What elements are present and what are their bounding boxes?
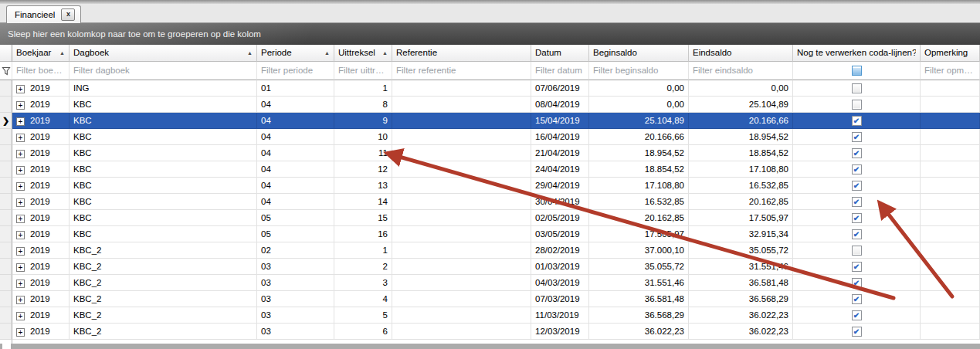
filter-datum[interactable]: Filter datum — [531, 62, 589, 80]
expand-row-icon[interactable]: + — [16, 166, 25, 174]
expand-row-icon[interactable]: + — [16, 312, 25, 320]
column-header-label: Boekjaar — [16, 45, 58, 61]
cell-dagboek: KBC — [70, 226, 257, 242]
table-row[interactable]: ❯+2019KBC04915/04/201925.104,8920.166,66 — [0, 113, 980, 129]
table-row[interactable]: +2019KBC051603/05/201917.505,9732.915,34 — [0, 226, 980, 242]
column-header-uittreksel[interactable]: Uittreksel▲ — [334, 45, 392, 62]
table-row[interactable]: +2019KBC_202128/02/201937.000,1035.055,7… — [0, 242, 980, 259]
filter-uittreksel[interactable]: Filter uittreksel — [334, 62, 392, 80]
filter-opmerking[interactable]: Filter opmerking — [921, 62, 980, 80]
table-row[interactable]: +2019KBC051502/05/201920.162,8517.505,97 — [0, 210, 980, 226]
filter-referentie[interactable]: Filter referentie — [392, 62, 531, 80]
coda-checkbox[interactable] — [852, 246, 862, 256]
coda-checkbox[interactable] — [852, 262, 862, 272]
cell-uittreksel: 13 — [334, 178, 392, 194]
cell-opmerking — [921, 194, 980, 210]
cell-referentie — [392, 307, 531, 324]
table-row[interactable]: +2019KBC04808/04/20190,0025.104,89 — [0, 97, 980, 113]
cell-eindsaldo: 18.954,52 — [689, 129, 793, 145]
group-by-panel[interactable]: Sleep hier een kolomkop naar toe om te g… — [0, 23, 980, 45]
expand-row-icon[interactable]: + — [16, 182, 25, 191]
coda-checkbox[interactable] — [852, 294, 862, 304]
coda-checkbox[interactable] — [852, 100, 862, 110]
column-header-beginsaldo[interactable]: Beginsaldo — [589, 45, 689, 62]
table-row[interactable]: +2019KBC041329/04/201917.108,8016.532,85 — [0, 178, 980, 194]
coda-checkbox[interactable] — [852, 164, 862, 174]
column-header-dagboek[interactable]: Dagboek▲ — [70, 45, 257, 62]
expand-row-icon[interactable]: + — [16, 150, 25, 158]
filter-funnel-icon[interactable] — [0, 62, 12, 80]
table-row[interactable]: +2019KBC_203201/03/201935.055,7231.551,4… — [0, 259, 980, 275]
column-header-datum[interactable]: Datum — [531, 45, 589, 62]
filter-beginsaldo[interactable]: Filter beginsaldo — [589, 62, 689, 80]
filter-boekjaar[interactable]: Filter boekjaar — [12, 62, 70, 80]
expand-row-icon[interactable]: + — [16, 247, 25, 256]
table-row[interactable]: +2019ING01107/06/20190,000,00 — [0, 80, 980, 97]
table-row[interactable]: +2019KBC041224/04/201918.854,5217.108,80 — [0, 161, 980, 178]
expand-row-icon[interactable]: + — [16, 117, 25, 126]
cell-boekjaar: +2019 — [12, 80, 70, 97]
cell-opmerking — [921, 145, 980, 161]
cell-boekjaar: +2019 — [12, 97, 70, 113]
coda-checkbox[interactable] — [852, 148, 862, 158]
filter-eindsaldo[interactable]: Filter eindsaldo — [689, 62, 793, 80]
filter-coda[interactable] — [793, 62, 921, 80]
coda-checkbox[interactable] — [852, 310, 862, 320]
coda-checkbox[interactable] — [852, 197, 862, 207]
coda-checkbox[interactable] — [852, 83, 862, 93]
cell-dagboek: KBC_2 — [70, 291, 257, 307]
cell-eindsaldo: 18.854,52 — [689, 145, 793, 161]
coda-filter-checkbox-icon[interactable] — [852, 66, 862, 76]
tab-close-icon[interactable]: x — [61, 8, 75, 21]
expand-row-icon[interactable]: + — [16, 263, 25, 272]
cell-coda — [793, 97, 921, 113]
coda-checkbox[interactable] — [852, 132, 862, 142]
column-header-opmerking[interactable]: Opmerking — [921, 45, 980, 62]
expand-row-icon[interactable]: + — [16, 85, 25, 93]
expand-row-icon[interactable]: + — [16, 215, 25, 223]
column-header-eindsaldo[interactable]: Eindsaldo — [689, 45, 793, 62]
cell-opmerking — [921, 161, 980, 178]
cell-dagboek: KBC — [70, 178, 257, 194]
table-row[interactable]: +2019KBC041016/04/201920.166,6618.954,52 — [0, 129, 980, 145]
row-indicator-cell — [0, 242, 12, 259]
column-header-coda[interactable]: Nog te verwerken coda-lijnen? — [793, 45, 921, 62]
cell-eindsaldo: 32.915,34 — [689, 226, 793, 242]
expand-row-icon[interactable]: + — [16, 296, 25, 304]
cell-coda — [793, 178, 921, 194]
cell-referentie — [392, 97, 531, 113]
table-row[interactable]: +2019KBC041121/04/201918.954,5218.854,52 — [0, 145, 980, 161]
coda-checkbox[interactable] — [852, 213, 862, 223]
column-header-periode[interactable]: Periode▲ — [257, 45, 334, 62]
cell-boekjaar: +2019 — [12, 113, 70, 129]
table-row[interactable]: +2019KBC_203612/03/201936.022,2336.022,2… — [0, 324, 980, 340]
filter-periode[interactable]: Filter periode — [257, 62, 334, 80]
column-header-referentie[interactable]: Referentie — [392, 45, 531, 62]
cell-beginsaldo: 0,00 — [589, 97, 689, 113]
horizontal-scrollbar[interactable] — [0, 344, 980, 349]
table-row[interactable]: +2019KBC041430/04/201916.532,8520.162,85 — [0, 194, 980, 210]
expand-row-icon[interactable]: + — [16, 198, 25, 207]
cell-eindsaldo: 36.568,29 — [689, 291, 793, 307]
cell-eindsaldo: 36.022,23 — [689, 307, 793, 324]
coda-checkbox[interactable] — [852, 116, 862, 126]
expand-row-icon[interactable]: + — [16, 101, 25, 110]
coda-checkbox[interactable] — [852, 181, 862, 191]
cell-uittreksel: 16 — [334, 226, 392, 242]
column-header-boekjaar[interactable]: Boekjaar▲ — [12, 45, 70, 62]
expand-row-icon[interactable]: + — [16, 328, 25, 337]
table-row[interactable]: +2019KBC_203304/03/201931.551,4636.581,4… — [0, 275, 980, 291]
expand-row-icon[interactable]: + — [16, 231, 25, 239]
cell-beginsaldo: 20.162,85 — [589, 210, 689, 226]
filter-dagboek[interactable]: Filter dagboek — [70, 62, 257, 80]
table-row[interactable]: +2019KBC_203407/03/201936.581,4836.568,2… — [0, 291, 980, 307]
expand-row-icon[interactable]: + — [16, 134, 25, 142]
table-row[interactable]: +2019KBC_203511/03/201936.568,2936.022,2… — [0, 307, 980, 324]
coda-checkbox[interactable] — [852, 278, 862, 288]
cell-coda — [793, 210, 921, 226]
coda-checkbox[interactable] — [852, 327, 862, 337]
coda-checkbox[interactable] — [852, 229, 862, 239]
cell-periode: 03 — [257, 275, 334, 291]
expand-row-icon[interactable]: + — [16, 280, 25, 288]
tab-financieel[interactable]: Financieel x — [6, 5, 81, 23]
